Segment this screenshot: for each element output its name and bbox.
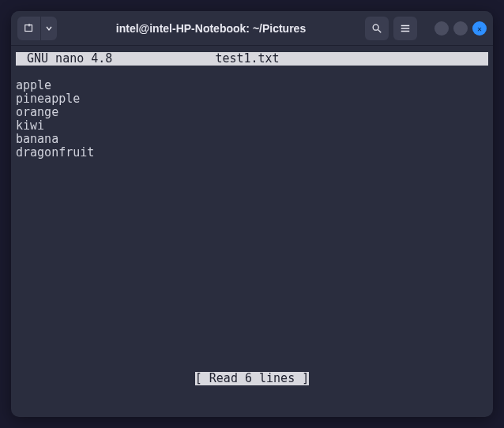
editor-content[interactable]: apple pineapple orange kiwi banana drago… — [16, 66, 488, 160]
search-icon — [371, 23, 382, 34]
nano-status-bar: [ Read 6 lines ] — [16, 372, 488, 385]
nano-header-bar: GNU nano 4.8 test1.txt — [16, 52, 488, 66]
scrollbar-thumb[interactable] — [480, 52, 488, 66]
chevron-down-icon — [46, 25, 52, 32]
window-titlebar: intel@intel-HP-Notebook: ~/Pictures — [11, 11, 493, 46]
new-tab-menu-button[interactable] — [41, 17, 57, 40]
nano-help-bar: ^G Get Help ^O Write Out^W Where Is ^K C… — [16, 385, 488, 412]
new-tab-split-button[interactable] — [17, 17, 57, 40]
nano-status-message: [ Read 6 lines ] — [195, 372, 310, 385]
svg-rect-0 — [24, 24, 32, 31]
new-tab-icon — [24, 23, 35, 34]
hamburger-icon — [400, 23, 411, 34]
terminal-viewport[interactable]: GNU nano 4.8 test1.txt apple pineapple o… — [16, 52, 488, 412]
editor-line: kiwi — [16, 118, 44, 133]
terminal-window: intel@intel-HP-Notebook: ~/Pictures GNU … — [11, 11, 493, 417]
search-button[interactable] — [365, 17, 389, 40]
minimize-button[interactable] — [434, 21, 449, 36]
new-tab-button[interactable] — [17, 17, 41, 40]
editor-line: pineapple — [16, 92, 80, 106]
editor-line: apple — [16, 78, 51, 92]
editor-line: orange — [16, 105, 58, 119]
editor-line: banana — [16, 132, 58, 146]
close-button[interactable] — [472, 21, 487, 36]
nano-filename: test1.txt — [112, 52, 488, 66]
editor-line: dragonfruit — [16, 145, 94, 160]
nano-app-label: GNU nano 4.8 — [16, 52, 112, 66]
maximize-button[interactable] — [453, 21, 468, 36]
hamburger-menu-button[interactable] — [393, 17, 417, 40]
svg-point-1 — [373, 24, 378, 30]
window-title: intel@intel-HP-Notebook: ~/Pictures — [57, 22, 365, 35]
